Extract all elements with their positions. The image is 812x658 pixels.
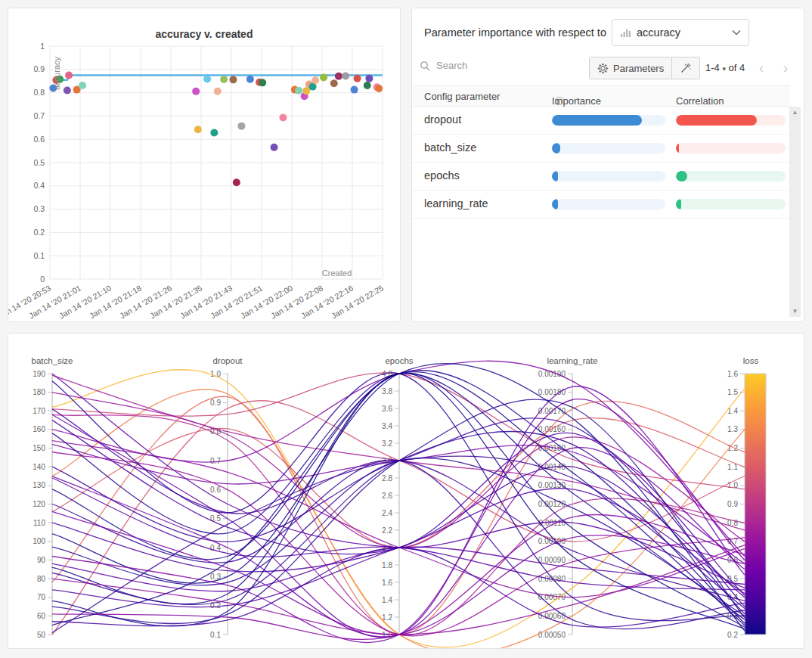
table-header-row: Config parameter Importanceⓘ↓ Correlatio…	[412, 85, 790, 107]
y-axis-label: accuracy	[52, 57, 61, 90]
importance-bar	[552, 143, 665, 154]
chevron-down-icon	[732, 29, 741, 36]
search-placeholder: Search	[436, 60, 467, 71]
scatter-chart-panel: accuracy v. created accuracy 00.10.20.30…	[8, 8, 401, 322]
table-row[interactable]: batch_size	[412, 135, 790, 163]
axis-tick-label: 0.6	[210, 486, 221, 494]
axis-tick-label: 190	[33, 370, 45, 378]
loss-colorbar	[745, 374, 766, 635]
x-tick-label: Jan 14 '20 22:08	[269, 283, 324, 320]
scroll-up-icon[interactable]: ▲	[789, 109, 801, 116]
y-tick-label: 1	[40, 42, 45, 51]
scatter-point[interactable]	[335, 73, 342, 80]
pagination-range: 1-4	[705, 62, 720, 73]
scatter-point[interactable]	[229, 76, 237, 83]
axis-tick-label: 180	[33, 388, 45, 396]
y-tick-label: 0	[40, 275, 45, 284]
axis-tick-label: 2.8	[382, 474, 392, 483]
y-tick-label: 0.5	[33, 158, 45, 167]
axis-tick-label: 0.7	[210, 457, 221, 465]
metric-select-dropdown[interactable]: accuracy	[612, 19, 749, 46]
axis-title: epochs	[385, 356, 413, 365]
axis-title: dropout	[212, 356, 243, 365]
scatter-point[interactable]	[365, 75, 373, 82]
bar-chart-icon	[620, 27, 631, 38]
axis-tick-label: 70	[37, 593, 46, 601]
axis-tick-label: 2.2	[382, 526, 392, 535]
table-row[interactable]: learning_rate	[412, 191, 790, 219]
y-tick-label: 0.1	[33, 251, 45, 260]
scatter-point[interactable]	[295, 87, 302, 95]
axis-tick-label: 130	[33, 481, 45, 489]
axis-tick-label: 110	[33, 519, 45, 527]
search-input[interactable]: Search	[420, 60, 571, 71]
axis-tick-label: 0.9	[210, 399, 221, 407]
column-config-parameter: Config parameter	[424, 91, 500, 102]
scatter-point[interactable]	[65, 72, 73, 79]
scatter-point[interactable]	[203, 75, 211, 82]
scatter-point[interactable]	[246, 76, 254, 83]
scatter-point[interactable]	[271, 144, 278, 151]
scatter-point[interactable]	[220, 76, 228, 83]
x-tick-label: Jan 14 '20 22:00	[239, 283, 294, 320]
axis-tick-label: 0.1	[210, 631, 221, 639]
scatter-point[interactable]	[233, 178, 240, 186]
y-tick-label: 0.7	[33, 111, 45, 120]
scatter-point[interactable]	[64, 87, 71, 95]
y-tick-label: 0.8	[33, 88, 45, 97]
previous-page-icon[interactable]: ‹	[754, 61, 769, 76]
scatter-point[interactable]	[364, 82, 371, 89]
scatter-point[interactable]	[375, 85, 383, 92]
parameters-button[interactable]: Parameters	[590, 57, 671, 79]
magic-wand-button[interactable]	[671, 57, 699, 79]
correlation-bar	[676, 199, 786, 210]
vertical-scrollbar[interactable]: ▲ ▼	[789, 107, 801, 317]
pagination-label[interactable]: 1-4 ▾ of 4	[705, 62, 745, 73]
scatter-point[interactable]	[237, 123, 245, 130]
axis-tick-label: 0.9	[727, 500, 738, 508]
table-row[interactable]: dropout	[412, 107, 790, 135]
parameter-importance-panel: Parameter importance with respect to acc…	[411, 8, 804, 322]
x-tick-label: Jan 14 '20 21:51	[209, 283, 264, 320]
scatter-point[interactable]	[354, 75, 361, 82]
correlation-bar	[676, 171, 786, 182]
axis-tick-label: 60	[37, 612, 46, 620]
panel-title: Parameter importance with respect to	[424, 26, 606, 39]
axis-tick-label: 0.00190	[538, 370, 566, 378]
axis-tick-label: 160	[33, 425, 45, 433]
scroll-down-icon[interactable]: ▼	[789, 308, 801, 315]
axis-tick-label: 0.00050	[538, 631, 566, 639]
scatter-point[interactable]	[320, 74, 327, 82]
scatter-point[interactable]	[194, 126, 202, 133]
scatter-point[interactable]	[210, 129, 218, 137]
axis-tick-label: 1.2	[382, 613, 392, 622]
axis-tick-label: 1.6	[382, 579, 392, 587]
axis-tick-label: 1.3	[727, 425, 738, 433]
axis-title: learning_rate	[547, 356, 597, 365]
scatter-point[interactable]	[259, 79, 266, 86]
axis-tick-label: 2.4	[382, 509, 392, 517]
scatter-point[interactable]	[330, 79, 338, 87]
scatter-point[interactable]	[311, 76, 319, 84]
axis-tick-label: 1.6	[727, 370, 738, 378]
config-parameter-name: epochs	[424, 169, 460, 182]
x-tick-label: Jan 14 '20 21:26	[118, 283, 173, 320]
table-row[interactable]: epochs	[412, 163, 790, 191]
axis-tick-label: 1.8	[382, 561, 392, 570]
scatter-point[interactable]	[302, 87, 310, 95]
x-tick-label: Jan 14 '20 21:43	[178, 283, 234, 320]
importance-bar	[552, 199, 665, 210]
scatter-point[interactable]	[79, 82, 86, 89]
x-tick-label: Jan 14 '20 22:25	[330, 283, 385, 320]
scatter-point[interactable]	[342, 72, 349, 79]
y-tick-label: 0.6	[33, 135, 45, 144]
scatter-point[interactable]	[214, 88, 222, 95]
scatter-point[interactable]	[279, 114, 287, 122]
reference-max-line[interactable]	[56, 76, 383, 80]
axis-tick-label: 1.5	[727, 388, 738, 396]
next-page-icon[interactable]: ›	[778, 61, 793, 76]
x-tick-label: Jan 14 '20 21:01	[27, 283, 82, 320]
x-tick-label: Jan 14 '20 21:10	[57, 283, 113, 320]
scatter-point[interactable]	[351, 86, 358, 94]
scatter-point[interactable]	[192, 88, 200, 95]
